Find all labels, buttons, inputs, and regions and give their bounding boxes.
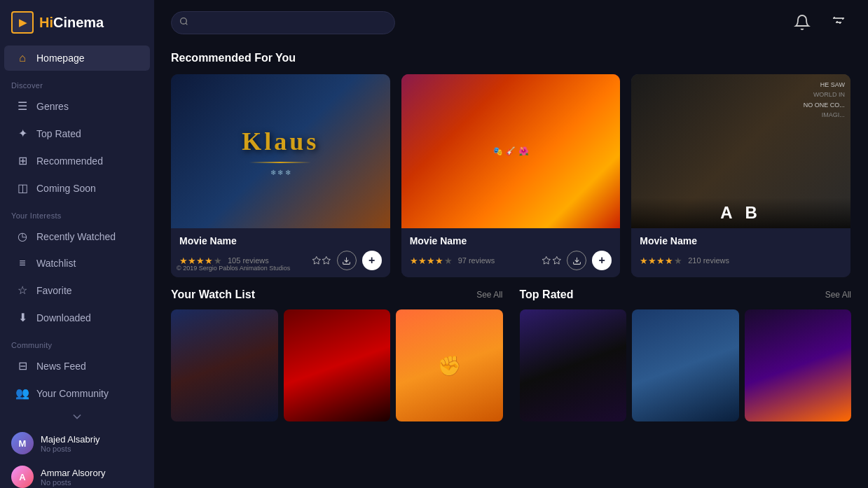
card-title-1: Movie Name [179, 235, 382, 246]
rate-button-3[interactable] [822, 251, 842, 270]
review-count-2: 97 reviews [458, 256, 495, 265]
sidebar-item-recommended[interactable]: ⊞ Recommended [4, 148, 150, 174]
top-rated-icon: ✦ [15, 127, 29, 140]
search-input[interactable] [171, 11, 395, 34]
user-name-1: Majed Alsabriy [41, 434, 100, 445]
watchlist-title: Your Watch List [171, 288, 255, 301]
card-info-2: Movie Name ★★★★★ 97 reviews [401, 228, 621, 277]
movie-card-3: HE SAW WORLD IN NO ONE CO... IMAGI... A … [631, 74, 850, 277]
main-content: Recommended For You Klaus ❄ ❄ ❄ © 2019 S… [154, 0, 868, 488]
sidebar-item-homepage-label: Homepage [36, 53, 85, 64]
community-user-1[interactable]: M Majed Alsabriy No posts [0, 426, 154, 460]
sidebar-item-top-rated-label: Top Rated [36, 128, 81, 139]
rate-button-2[interactable] [542, 251, 561, 270]
card-actions-1: + [312, 251, 382, 270]
news-feed-icon: ⊟ [15, 359, 29, 372]
user-info-2: Ammar Alsorory No posts [41, 468, 105, 487]
add-button-2[interactable]: + [592, 251, 612, 270]
sidebar-item-recommended-label: Recommended [36, 155, 103, 167]
collapse-button[interactable] [0, 407, 154, 426]
search-wrapper [171, 11, 395, 34]
user-posts-1: No posts [41, 445, 100, 453]
logo-text: HiCinema [39, 15, 104, 31]
card-info-3: Movie Name ★★★★★ 210 reviews [631, 228, 850, 277]
svg-line-1 [186, 23, 187, 25]
watchlist-poster-row: ✊ [171, 309, 503, 421]
sidebar-item-coming-soon[interactable]: ◫ Coming Soon [4, 175, 150, 201]
sidebar-item-watchlist[interactable]: ≡ Watchlist [4, 251, 150, 276]
favorite-icon: ☆ [15, 284, 29, 297]
sidebar-item-watchlist-label: Watchlist [36, 258, 76, 269]
svg-marker-11 [542, 256, 550, 264]
two-col-sections: Your Watch List See All ✊ Top Rated [171, 288, 851, 421]
watchlist-header: Your Watch List See All [171, 288, 503, 301]
sidebar-item-favorite-label: Favorite [36, 285, 72, 296]
watchlist-section: Your Watch List See All ✊ [171, 288, 503, 421]
card-meta-3: ★★★★★ 210 reviews [640, 251, 842, 270]
sidebar-item-your-community-label: Your Community [36, 388, 109, 399]
top-rated-poster-row [520, 309, 852, 421]
top-rated-poster-3[interactable] [745, 309, 852, 421]
recommended-section-title: Recommended For You [171, 52, 851, 64]
download-button-2[interactable] [567, 251, 586, 270]
sidebar-item-top-rated[interactable]: ✦ Top Rated [4, 120, 150, 146]
home-icon: ⌂ [15, 52, 29, 64]
filter-button[interactable] [826, 10, 851, 35]
avatar-2: A [11, 466, 34, 488]
sidebar-item-genres[interactable]: ☰ Genres [4, 93, 150, 119]
sidebar-item-recently-watched[interactable]: ◷ Recently Watched [4, 223, 150, 249]
watchlist-poster-2[interactable] [284, 309, 391, 421]
watchlist-see-all[interactable]: See All [476, 290, 502, 300]
sidebar-item-downloaded-label: Downloaded [36, 312, 91, 323]
sidebar-item-news-feed[interactable]: ⊟ News Feed [4, 353, 150, 379]
card-actions-2: + [542, 251, 612, 270]
watchlist-poster-1[interactable] [171, 309, 278, 421]
sidebar-item-coming-soon-label: Coming Soon [36, 183, 96, 194]
download-button-1[interactable] [337, 251, 357, 270]
watchlist-icon: ≡ [15, 257, 29, 270]
svg-point-0 [181, 18, 187, 25]
top-rated-poster-2[interactable] [632, 309, 739, 421]
genres-icon: ☰ [15, 99, 29, 113]
sidebar-item-genres-label: Genres [36, 101, 69, 112]
sidebar-item-favorite[interactable]: ☆ Favorite [4, 277, 150, 303]
card-actions-3 [822, 251, 842, 270]
stars-3: ★★★★★ [640, 256, 682, 266]
top-rated-section: Top Rated See All [520, 288, 852, 421]
svg-marker-8 [312, 256, 320, 264]
top-rated-poster-1[interactable] [520, 309, 627, 421]
coming-soon-icon: ◫ [15, 181, 29, 195]
watchlist-poster-3[interactable]: ✊ [396, 309, 503, 421]
add-button-1[interactable]: + [362, 251, 382, 270]
content-area: Recommended For You Klaus ❄ ❄ ❄ © 2019 S… [154, 45, 868, 488]
stars-2: ★★★★★ [410, 256, 453, 266]
sidebar-item-your-community[interactable]: 👥 Your Community [4, 380, 150, 406]
sidebar-item-homepage[interactable]: ⌂ Homepage [4, 46, 150, 71]
top-rated-see-all[interactable]: See All [825, 290, 851, 300]
topbar [154, 0, 868, 45]
discover-section-label: Discover [0, 71, 154, 92]
your-community-icon: 👥 [15, 386, 29, 400]
svg-marker-12 [553, 256, 560, 264]
topbar-right [790, 10, 851, 35]
top-rated-header: Top Rated See All [520, 288, 852, 301]
recommended-row: Klaus ❄ ❄ ❄ © 2019 Sergio Pablos Animati… [171, 74, 851, 277]
recently-watched-icon: ◷ [15, 230, 29, 243]
rate-button-1[interactable] [312, 251, 331, 270]
card-title-2: Movie Name [410, 235, 612, 246]
logo: ▶ HiCinema [0, 0, 154, 45]
recommended-icon: ⊞ [15, 154, 29, 167]
movie-card-1: Klaus ❄ ❄ ❄ © 2019 Sergio Pablos Animati… [171, 74, 390, 277]
avatar-1: M [11, 432, 34, 454]
movie-card-2: 🎭 🎸 🌺 Movie Name ★★★★★ 97 reviews [401, 74, 621, 277]
user-info-1: Majed Alsabriy No posts [41, 434, 100, 453]
svg-marker-9 [322, 256, 330, 264]
sidebar-item-news-feed-label: News Feed [36, 361, 86, 372]
logo-icon: ▶ [11, 11, 34, 34]
user-name-2: Ammar Alsorory [41, 468, 105, 478]
community-section-label: Community [0, 331, 154, 352]
notification-button[interactable] [790, 10, 815, 35]
community-user-2[interactable]: A Ammar Alsorory No posts [0, 460, 154, 488]
sidebar-item-downloaded[interactable]: ⬇ Downloaded [4, 305, 150, 330]
user-posts-2: No posts [41, 478, 105, 487]
